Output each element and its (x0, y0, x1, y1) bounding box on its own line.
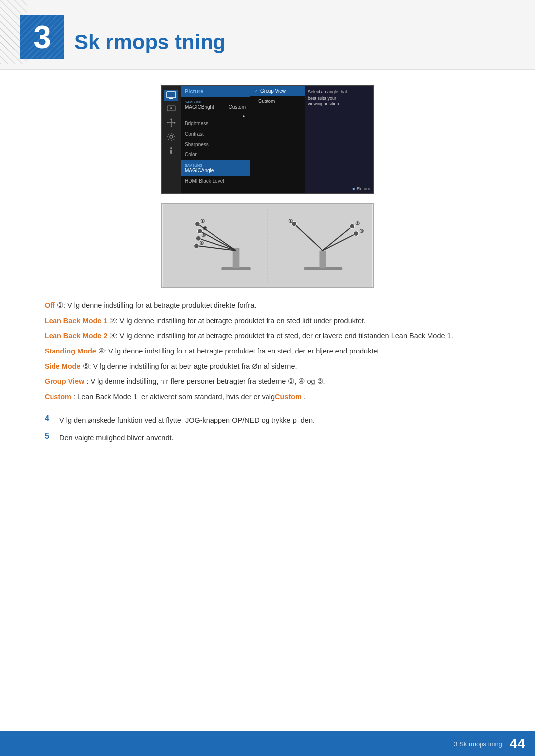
icon-settings (164, 131, 178, 142)
chapter-number-block: 3 (20, 15, 64, 59)
desc-off: Off ①: V lg denne indstilling for at bet… (45, 300, 505, 312)
svg-rect-14 (170, 150, 172, 154)
svg-text:①: ① (288, 218, 293, 224)
monitor-ui: Picture SAMSUNG MAGICBright Custom ▲ Bri… (30, 85, 505, 194)
chapter-title: Sk rmops tning (74, 30, 226, 54)
svg-text:②: ② (355, 221, 360, 226)
return-label: ◄ Return (351, 186, 370, 191)
svg-rect-17 (233, 248, 240, 268)
monitor-screen: Picture SAMSUNG MAGICBright Custom ▲ Bri… (161, 85, 374, 194)
page-footer: 3 Sk rmops tning 44 (0, 731, 535, 756)
info-panel: Select an angle that best suits your vie… (305, 86, 354, 193)
desc-standing: Standing Mode ④: V lg denne indstilling … (45, 345, 505, 357)
diagram-box: ① ② ③ ④ ① ② (161, 203, 374, 288)
svg-marker-11 (174, 122, 176, 124)
svg-point-37 (350, 224, 355, 229)
icon-info (164, 145, 178, 156)
svg-text:③: ③ (359, 228, 364, 234)
menu-item-sharpness: Sharpness (181, 139, 250, 150)
svg-point-5 (170, 107, 172, 109)
text-section: Off ①: V lg denne indstilling for at bet… (45, 300, 505, 444)
menu-item-hdmi: HDMI Black Level (181, 176, 250, 186)
submenu-panel: Group View Custom (250, 86, 305, 193)
svg-rect-2 (167, 92, 176, 98)
footer-page-number: 44 (510, 736, 525, 752)
menu-header: Picture (181, 86, 250, 97)
svg-text:①: ① (200, 218, 205, 224)
chapter-number: 3 (33, 21, 51, 53)
desc-lean1: Lean Back Mode 1 ②: V lg denne indstilli… (45, 315, 505, 327)
svg-marker-8 (170, 118, 172, 120)
svg-rect-3 (169, 98, 173, 99)
sidebar-icons (162, 86, 181, 193)
desc-groupview: Group View : V lg denne indstilling, n r… (45, 375, 505, 388)
svg-text:③: ③ (201, 233, 206, 238)
info-text: Select an angle that best suits your vie… (308, 89, 351, 107)
step-5: 5 Den valgte mulighed bliver anvendt. (45, 432, 505, 444)
menu-item-contrast: Contrast (181, 129, 250, 139)
diagram-container: ① ② ③ ④ ① ② (30, 203, 505, 288)
desc-side: Side Mode ⑤: V lg denne indstilling for … (45, 360, 505, 373)
icon-picture (164, 90, 178, 101)
svg-text:②: ② (203, 226, 207, 231)
menu-item-color: Color (181, 150, 250, 160)
svg-point-13 (170, 147, 172, 149)
diagram-svg: ① ② ③ ④ ① ② (162, 204, 373, 287)
svg-point-28 (194, 243, 199, 248)
step-4: 4 V lg den ønskede funktion ved at flytt… (45, 414, 505, 427)
svg-point-39 (354, 231, 359, 236)
svg-point-12 (170, 135, 173, 138)
menu-panel: Picture SAMSUNG MAGICBright Custom ▲ Bri… (181, 86, 250, 193)
submenu-group-view: Group View (250, 86, 305, 96)
menu-item-magicbright: SAMSUNG MAGICBright Custom (181, 97, 250, 112)
desc-lean2: Lean Back Mode 2 ③: V lg denne indstilli… (45, 330, 505, 342)
menu-item-magicangle: SAMSUNG MAGICAngle (181, 160, 250, 176)
footer-chapter-text: 3 Sk rmops tning (454, 740, 502, 748)
svg-marker-10 (167, 122, 168, 124)
svg-marker-9 (170, 126, 172, 127)
svg-text:④: ④ (199, 240, 204, 246)
desc-custom: Custom : Lean Back Mode 1 er aktiveret s… (45, 391, 505, 403)
icon-position (164, 117, 178, 128)
menu-item-brightness: Brightness (181, 118, 250, 129)
icon-source (164, 103, 178, 114)
svg-rect-31 (319, 251, 326, 268)
submenu-custom: Custom (250, 96, 305, 106)
page-header: 3 Sk rmops tning (0, 0, 535, 70)
svg-point-22 (195, 221, 200, 226)
main-content: Picture SAMSUNG MAGICBright Custom ▲ Bri… (0, 70, 535, 489)
